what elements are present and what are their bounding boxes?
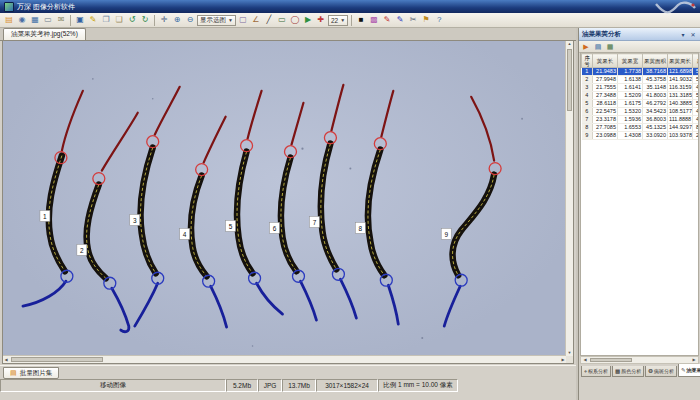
dust-speck	[421, 337, 423, 339]
panel-tab-病斑分析[interactable]: ❂病斑分析	[645, 366, 677, 377]
pod-annotation[interactable]: 3	[130, 87, 180, 326]
table-cell: 21.9483	[593, 68, 618, 76]
column-header[interactable]: 序号	[582, 54, 593, 68]
pod-annotation[interactable]: 9	[441, 97, 501, 326]
copy-icon[interactable]: ❐	[100, 14, 112, 26]
table-cell: 44.5141	[693, 84, 700, 92]
table-cell: 1.5320	[618, 108, 643, 116]
document-tab[interactable]: 油菜果荚考种.jpg(52%)	[3, 28, 86, 40]
redo-icon[interactable]: ↻	[139, 14, 151, 26]
pod-annotation[interactable]: 1	[23, 91, 83, 306]
display-mode-dropdown[interactable]: 显示选图▼	[197, 15, 236, 26]
label-size-combo[interactable]: 22▼	[328, 15, 348, 26]
folder-icon: ▤	[10, 369, 17, 377]
table-row[interactable]: 121.94831.773838.7168121.689851.942651.6…	[582, 68, 700, 76]
analyze-play-icon[interactable]: ▶	[302, 14, 314, 26]
horizontal-scroll-thumb[interactable]	[11, 357, 103, 362]
panel-table-icon[interactable]: ▤	[593, 42, 603, 52]
analysis-panel: 油菜果荚分析 ▾ ✕ ▶▤▦ 序号荚果长荚果宽果荚面积果荚周长果喙长弯曲度果柄长…	[578, 28, 700, 400]
pod-annotation[interactable]: 7	[309, 85, 356, 318]
crop-icon[interactable]: ▢	[237, 14, 249, 26]
panel-tab-根系分析[interactable]: ⌖根系分析	[581, 366, 611, 377]
ruler-icon[interactable]: ∠	[250, 14, 262, 26]
table-cell: 111.8888	[668, 116, 693, 124]
column-header[interactable]: 荚果长	[593, 54, 618, 68]
table-cell: 103.9378	[668, 132, 693, 140]
save-image-icon[interactable]: ▦	[29, 14, 41, 26]
table-row[interactable]: 622.54751.532034.5423108.517741.561797.7…	[582, 108, 700, 116]
table-row[interactable]: 723.31781.593636.8003111.888843.843489.9…	[582, 116, 700, 124]
scissors-icon[interactable]: ✂	[407, 14, 419, 26]
pen-blue-icon[interactable]: ✎	[394, 14, 406, 26]
pod-annotation[interactable]: 4	[180, 117, 227, 327]
zoom-out-icon[interactable]: ⊖	[184, 14, 196, 26]
table-cell: 41.8003	[643, 92, 668, 100]
table-row[interactable]: 227.99481.613845.3758141.903257.237548.5…	[582, 76, 700, 84]
panel-tab-油菜果荚分析[interactable]: ✎油菜果荚分析	[678, 364, 700, 377]
line-tool-icon[interactable]: ╱	[263, 14, 275, 26]
pod-label: 8	[359, 225, 363, 232]
save-result-icon[interactable]: ▣	[74, 14, 86, 26]
rect-tool-icon[interactable]: ▭	[276, 14, 288, 26]
table-row[interactable]: 827.70851.655345.1325144.929781.329576.3…	[582, 124, 700, 132]
pen-red-icon[interactable]: ✎	[381, 14, 393, 26]
pin-icon[interactable]: ▾	[679, 31, 687, 38]
panel-scroll-left-icon[interactable]: ◀	[581, 357, 589, 363]
table-cell: 141.9032	[668, 76, 693, 84]
pod-annotation[interactable]: 2	[77, 113, 138, 332]
scroll-up-icon[interactable]: ▲	[566, 41, 573, 47]
column-header[interactable]: 果喙长	[693, 54, 700, 68]
palette-icon[interactable]: ▩	[368, 14, 380, 26]
pod-annotation[interactable]: 5	[226, 91, 283, 314]
paste-icon[interactable]: ❏	[113, 14, 125, 26]
table-row[interactable]: 427.34881.520941.8003131.318558.191872.6…	[582, 92, 700, 100]
panel-title: 油菜果荚分析	[582, 30, 621, 39]
image-collection-tab[interactable]: ▤ 批量图片集	[3, 367, 59, 379]
image-viewport: 1 2 3	[2, 40, 574, 364]
specimen-image-canvas[interactable]: 1 2 3	[3, 41, 566, 356]
panel-save-icon[interactable]: ▦	[605, 42, 615, 52]
column-header[interactable]: 荚果宽	[618, 54, 643, 68]
pencil-icon[interactable]: ✎	[87, 14, 99, 26]
panel-scroll-right-icon[interactable]: ▶	[690, 357, 698, 363]
toolbar-separator	[154, 15, 155, 26]
zoom-in-icon[interactable]: ⊕	[171, 14, 183, 26]
table-row[interactable]: 528.61181.617546.2792140.388558.791878.6…	[582, 100, 700, 108]
panel-horizontal-scrollbar[interactable]: ◀ ▶	[580, 356, 699, 364]
mail-icon[interactable]: ✉	[55, 14, 67, 26]
table-cell: 5	[582, 100, 593, 108]
vertical-scroll-thumb[interactable]	[567, 49, 572, 111]
help-icon[interactable]: ?	[433, 14, 445, 26]
table-cell: 43.8434	[693, 116, 700, 124]
marker-icon[interactable]: ✚	[315, 14, 327, 26]
scroll-left-icon[interactable]: ◀	[3, 356, 9, 363]
close-icon[interactable]: ✕	[689, 31, 697, 38]
table-cell: 1.7738	[618, 68, 643, 76]
panel-tab-颜色分析[interactable]: ▩颜色分析	[612, 366, 644, 377]
column-header[interactable]: 果荚面积	[643, 54, 668, 68]
table-cell: 9	[582, 132, 593, 140]
dust-speck	[301, 148, 303, 150]
table-cell: 1.6138	[618, 76, 643, 84]
vertical-scrollbar[interactable]: ▲ ▼	[565, 41, 573, 356]
horizontal-scrollbar[interactable]: ◀ ▶	[3, 355, 566, 363]
table-cell: 46.2792	[643, 100, 668, 108]
column-header[interactable]: 果荚周长	[668, 54, 693, 68]
panel-scroll-thumb[interactable]	[590, 358, 632, 362]
camera-icon[interactable]: ◉	[16, 14, 28, 26]
panel-analyze-icon[interactable]: ▶	[581, 42, 591, 52]
undo-icon[interactable]: ↺	[126, 14, 138, 26]
table-row[interactable]: 321.75551.614135.1148116.315944.514188.1…	[582, 84, 700, 92]
pod-annotation[interactable]: 8	[355, 91, 398, 324]
table-row[interactable]: 923.09881.430833.0920103.937827.188789.4…	[582, 132, 700, 140]
open-image-icon[interactable]: ▤	[3, 14, 15, 26]
flag-icon[interactable]: ⚑	[420, 14, 432, 26]
pan-hand-icon[interactable]: ✛	[158, 14, 170, 26]
table-cell: 27.7085	[593, 124, 618, 132]
print-icon[interactable]: ▭	[42, 14, 54, 26]
pod-annotation[interactable]: 6	[270, 103, 317, 320]
scrollbar-corner	[566, 356, 573, 363]
title-bar: 万深 图像分析软件	[0, 0, 700, 13]
circle-tool-icon[interactable]: ◯	[289, 14, 301, 26]
color-black-swatch[interactable]: ■	[355, 14, 367, 26]
